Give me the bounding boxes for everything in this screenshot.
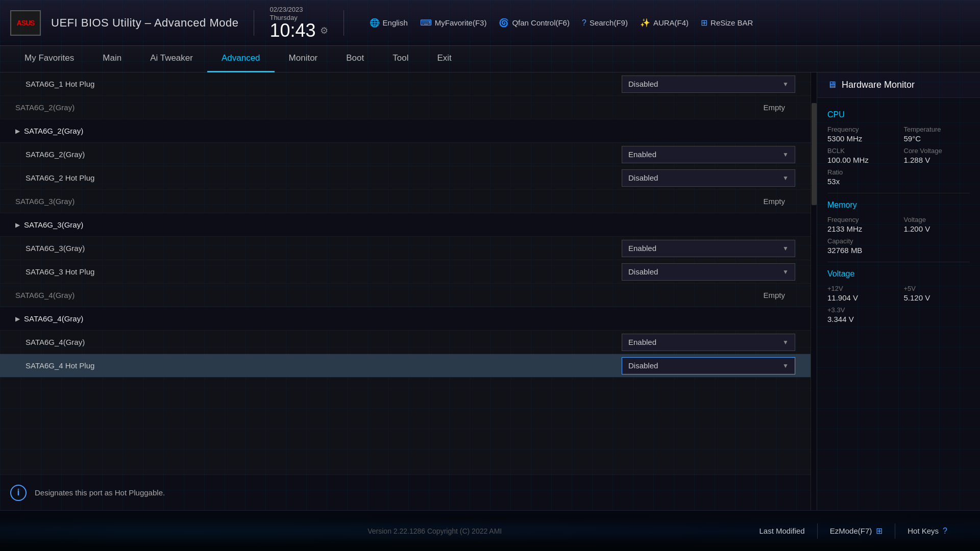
chevron-down-icon: ▼ [782,174,789,182]
info-text: Designates this port as Hot Pluggable. [35,488,165,497]
sata3-section-label: ▶ SATA6G_3(Gray) [15,220,795,229]
sata3-enabled-dropdown[interactable]: Enabled ▼ [622,240,795,257]
cpu-core-voltage-item: Core Voltage 1.288 V [904,147,970,164]
memory-capacity-label: Capacity [827,237,894,245]
myfavorite-button[interactable]: ⌨ MyFavorite(F3) [420,18,487,28]
hot-keys-button[interactable]: Hot Keys ? [895,521,960,541]
memory-capacity-grid: Capacity 32768 MB [827,237,970,255]
cpu-temperature-item: Temperature 59°C [904,126,970,143]
voltage-12v-label: +12V [827,285,894,292]
memory-frequency-value: 2133 MHz [827,224,894,233]
sata2-info-value: Empty [763,103,785,112]
cpu-ratio-item: Ratio 53x [827,168,894,186]
footer-version: Version 2.22.1286 Copyright (C) 2022 AMI [368,527,502,535]
chevron-down-icon: ▼ [782,268,789,276]
resizebar-label: ReSize BAR [710,18,753,27]
ezmode-button[interactable]: EzMode(F7) ⊞ [818,521,895,541]
search-icon: ? [582,18,586,28]
nav-monitor[interactable]: Monitor [275,46,332,72]
hot-keys-label: Hot Keys [908,527,939,535]
cpu-temperature-value: 59°C [904,134,970,143]
cpu-temperature-label: Temperature [904,126,970,133]
last-modified-button[interactable]: Last Modified [747,521,817,540]
time-display: 10:43 ⚙ [270,21,328,40]
sata2-hotplug-label: SATA6G_2 Hot Plug [26,173,622,182]
memory-capacity-item: Capacity 32768 MB [827,237,894,255]
language-button[interactable]: 🌐 English [370,18,408,28]
sata2-enabled-dropdown[interactable]: Enabled ▼ [622,146,795,163]
search-button[interactable]: ? Search(F9) [582,18,628,28]
row-sata1-hotplug: SATA6G_1 Hot Plug Disabled ▼ [0,72,811,96]
voltage-section-title: Voltage [827,269,970,279]
expand-icon: ▶ [15,315,20,322]
cpu-bclk-voltage-grid: BCLK 100.00 MHz Core Voltage 1.288 V [827,147,970,164]
sata4-info-label: SATA6G_4(Gray) [15,291,763,299]
toolbar: 🌐 English ⌨ MyFavorite(F3) 🌀 Qfan Contro… [370,18,970,28]
sata3-hotplug-label: SATA6G_3 Hot Plug [26,267,622,276]
sidebar-header: 🖥 Hardware Monitor [817,72,980,98]
scrollbar-thumb[interactable] [812,103,817,205]
voltage-5v-label: +5V [904,285,970,292]
sata4-hotplug-label: SATA6G_4 Hot Plug [26,361,622,370]
ezmode-icon: ⊞ [876,526,883,536]
sata1-hotplug-label: SATA6G_1 Hot Plug [26,80,622,88]
nav-boot[interactable]: Boot [332,46,378,72]
expand-icon: ▶ [15,221,20,229]
row-sata4-section[interactable]: ▶ SATA6G_4(Gray) [0,307,811,331]
myfavorite-label: MyFavorite(F3) [435,18,487,27]
aura-icon: ✨ [640,18,650,28]
sidebar-title: Hardware Monitor [842,80,915,90]
monitor-icon: 🖥 [827,80,837,90]
search-label: Search(F9) [590,18,628,27]
sata1-hotplug-dropdown[interactable]: Disabled ▼ [622,76,795,93]
nav-tool[interactable]: Tool [378,46,423,72]
footer: Version 2.22.1286 Copyright (C) 2022 AMI… [0,510,980,551]
scrollbar-track[interactable] [811,72,817,510]
nav-exit[interactable]: Exit [423,46,465,72]
sata4-enabled-dropdown[interactable]: Enabled ▼ [622,334,795,351]
last-modified-label: Last Modified [759,527,804,535]
qfan-button[interactable]: 🌀 Qfan Control(F6) [499,18,570,28]
sata2-info-label: SATA6G_2(Gray) [15,103,763,112]
voltage-12v-5v-grid: +12V 11.904 V +5V 5.120 V [827,285,970,302]
expand-icon: ▶ [15,128,20,135]
row-sata3-enabled: SATA6G_3(Gray) Enabled ▼ [0,237,811,260]
asus-logo: ASUS [10,10,41,36]
datetime-section: 02/23/2023 Thursday 10:43 ⚙ [270,6,328,40]
row-sata2-hotplug: SATA6G_2 Hot Plug Disabled ▼ [0,166,811,190]
globe-icon: 🌐 [370,18,380,28]
chevron-down-icon: ▼ [782,151,789,158]
resizebar-button[interactable]: ⊞ ReSize BAR [701,18,753,28]
sata4-enabled-label: SATA6G_4(Gray) [26,338,622,346]
language-label: English [383,18,408,27]
keyboard-icon: ⌨ [420,18,432,28]
row-sata3-info: SATA6G_3(Gray) Empty [0,190,811,213]
sata3-info-label: SATA6G_3(Gray) [15,197,763,206]
settings-icon[interactable]: ⚙ [320,26,328,35]
date-line1: 02/23/2023 [270,6,303,14]
memory-section-title: Memory [827,201,970,210]
row-sata4-info: SATA6G_4(Gray) Empty [0,284,811,307]
memory-voltage-divider [827,262,970,262]
aura-button[interactable]: ✨ AURA(F4) [640,18,689,28]
resize-icon: ⊞ [701,18,707,28]
nav-main[interactable]: Main [88,46,136,72]
header-divider [254,10,254,36]
nav-menu: My Favorites Main Ai Tweaker Advanced Mo… [0,46,980,72]
sata4-hotplug-dropdown[interactable]: Disabled ▼ [622,357,795,374]
asus-logo-mark: ASUS [10,10,41,36]
voltage-33v-item: +3.3V 3.344 V [827,306,894,323]
sata3-hotplug-dropdown[interactable]: Disabled ▼ [622,263,795,281]
memory-voltage-label: Voltage [904,216,970,223]
row-sata3-section[interactable]: ▶ SATA6G_3(Gray) [0,213,811,237]
cpu-memory-divider [827,193,970,193]
nav-advanced[interactable]: Advanced [207,46,275,72]
cpu-bclk-value: 100.00 MHz [827,156,894,164]
sata2-hotplug-dropdown[interactable]: Disabled ▼ [622,169,795,187]
voltage-12v-item: +12V 11.904 V [827,285,894,302]
nav-my-favorites[interactable]: My Favorites [10,46,88,72]
nav-ai-tweaker[interactable]: Ai Tweaker [136,46,207,72]
row-sata2-info: SATA6G_2(Gray) Empty [0,96,811,119]
cpu-ratio-grid: Ratio 53x [827,168,970,186]
row-sata2-section[interactable]: ▶ SATA6G_2(Gray) [0,119,811,143]
